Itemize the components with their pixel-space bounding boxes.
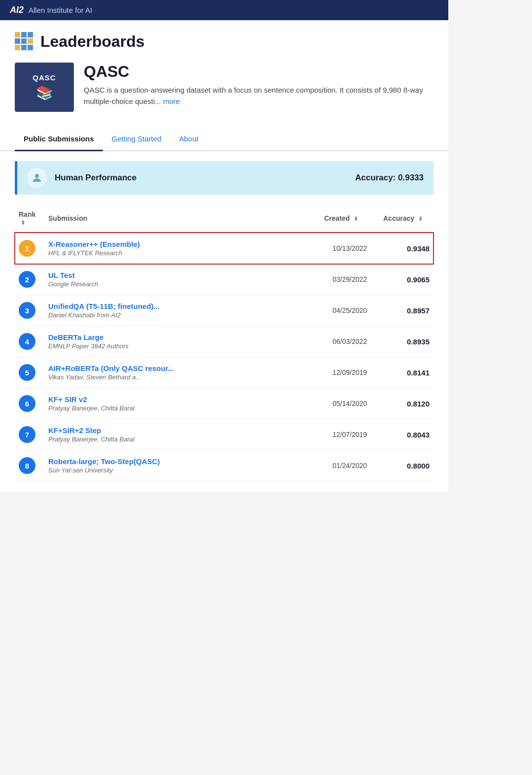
accuracy-value: 0.8935 (407, 337, 430, 346)
dataset-logo-icon: 📚 (36, 85, 53, 101)
created-cell: 12/07/2019 (320, 419, 379, 450)
svg-rect-0 (15, 32, 20, 37)
rank-cell: 1 (15, 233, 44, 264)
svg-rect-6 (15, 45, 20, 50)
accuracy-cell: 0.9348 (379, 233, 433, 264)
leaderboard-table: Rank ⬍ Submission Created ⬍ Accuracy ⬍ (15, 204, 433, 481)
accuracy-cell: 0.8957 (379, 295, 433, 326)
date-value: 03/29/2022 (332, 275, 367, 283)
column-header-accuracy[interactable]: Accuracy ⬍ (379, 204, 433, 233)
submission-cell: KF+ SIR v2Pratyay Banerjee, Chitta Baral (44, 388, 320, 419)
main-content-card: Leaderboards QASC 📚 QASC QASC is a quest… (0, 20, 448, 491)
accuracy-cell: 0.8935 (379, 326, 433, 357)
svg-rect-2 (28, 32, 33, 37)
svg-point-9 (35, 174, 39, 178)
submission-author: EMNLP Paper 3842 Authors (48, 342, 316, 350)
table-row: 1X-Reasoner++ (Ensemble)HFL & iFLYTEK Re… (15, 233, 433, 264)
svg-rect-3 (15, 38, 20, 44)
human-icon-container (27, 168, 47, 188)
table-row: 8Roberta-large; Two-Step(QASC)Sun Yat-se… (15, 450, 433, 481)
rank-badge: 3 (19, 302, 35, 319)
created-cell: 10/13/2022 (320, 233, 379, 264)
submission-name-link[interactable]: KF+SIR+2 Step (48, 426, 316, 435)
submission-cell: DeBERTa LargeEMNLP Paper 3842 Authors (44, 326, 320, 357)
created-cell: 01/24/2020 (320, 450, 379, 481)
submission-cell: KF+SIR+2 StepPratyay Banerjee, Chitta Ba… (44, 419, 320, 450)
leaderboards-title-row: Leaderboards (15, 32, 433, 51)
created-cell: 06/03/2022 (320, 326, 379, 357)
leaderboards-grid-icon (15, 32, 33, 51)
date-value: 01/24/2020 (332, 462, 367, 470)
table-header-row: Rank ⬍ Submission Created ⬍ Accuracy ⬍ (15, 204, 433, 233)
ai2-logo: AI2 (10, 5, 24, 15)
content-area: Human Performance Accuracy: 0.9333 Rank … (0, 151, 448, 491)
submission-name-link[interactable]: KF+ SIR v2 (48, 395, 316, 404)
date-value: 04/25/2020 (332, 306, 367, 314)
submission-cell: Roberta-large; Two-Step(QASC)Sun Yat-sen… (44, 450, 320, 481)
created-cell: 04/25/2020 (320, 295, 379, 326)
column-header-created[interactable]: Created ⬍ (320, 204, 379, 233)
submission-name-link[interactable]: Roberta-large; Two-Step(QASC) (48, 457, 316, 466)
submission-author: Sun Yat-sen University (48, 467, 316, 474)
submission-name-link[interactable]: UL Test (48, 271, 316, 279)
submission-name-link[interactable]: X-Reasoner++ (Ensemble) (48, 240, 316, 248)
submission-author: Daniel Khashabi from AI2 (48, 311, 316, 319)
submission-name-link[interactable]: DeBERTa Large (48, 333, 316, 341)
leaderboards-heading: Leaderboards (40, 33, 145, 51)
svg-rect-1 (21, 32, 27, 37)
submission-name-link[interactable]: UnifiedQA (T5-11B; finetuned)... (48, 302, 316, 310)
dataset-more-link[interactable]: more (163, 97, 180, 105)
table-row: 4DeBERTa LargeEMNLP Paper 3842 Authors06… (15, 326, 433, 357)
dataset-info: QASC QASC is a question-answering datase… (84, 63, 433, 107)
human-performance-label: Human Performance (55, 173, 347, 183)
rank-badge: 4 (19, 333, 35, 350)
rank-cell: 2 (15, 264, 44, 295)
svg-rect-7 (21, 45, 27, 50)
rank-cell: 4 (15, 326, 44, 357)
rank-badge: 7 (19, 426, 35, 443)
dataset-logo-box: QASC 📚 (15, 63, 74, 112)
rank-badge: 2 (19, 271, 35, 288)
human-performance-accuracy: Accuracy: 0.9333 (355, 173, 424, 183)
created-cell: 05/14/2020 (320, 388, 379, 419)
submission-cell: AIR+RoBERTa (Only QASC resour...Vikas Ya… (44, 357, 320, 388)
top-navigation-bar: AI2 Allen Institute for AI (0, 0, 448, 20)
accuracy-cell: 0.8000 (379, 450, 433, 481)
accuracy-value: 0.8141 (407, 369, 430, 377)
date-value: 06/03/2022 (332, 337, 367, 345)
rank-badge: 1 (19, 240, 35, 257)
submission-author: Pratyay Banerjee, Chitta Baral (48, 436, 316, 443)
tab-getting-started[interactable]: Getting Started (103, 129, 170, 151)
date-value: 05/14/2020 (332, 400, 367, 407)
human-person-icon (31, 172, 43, 184)
accuracy-sort-icon: ⬍ (418, 216, 423, 222)
dataset-logo-text: QASC (33, 73, 56, 82)
table-row: 6KF+ SIR v2Pratyay Banerjee, Chitta Bara… (15, 388, 433, 419)
dataset-title: QASC (84, 63, 433, 81)
header-section: Leaderboards QASC 📚 QASC QASC is a quest… (0, 20, 448, 129)
submission-name-link[interactable]: AIR+RoBERTa (Only QASC resour... (48, 364, 316, 372)
submission-cell: UL TestGoogle Research (44, 264, 320, 295)
svg-rect-8 (28, 45, 33, 50)
accuracy-cell: 0.8141 (379, 357, 433, 388)
submission-author: HFL & iFLYTEK Research (48, 249, 316, 257)
created-cell: 12/09/2019 (320, 357, 379, 388)
rank-cell: 7 (15, 419, 44, 450)
rank-cell: 8 (15, 450, 44, 481)
tab-about[interactable]: About (170, 129, 207, 151)
dataset-section: QASC 📚 QASC QASC is a question-answering… (15, 63, 433, 112)
human-performance-banner: Human Performance Accuracy: 0.9333 (15, 161, 433, 195)
table-row: 5AIR+RoBERTa (Only QASC resour...Vikas Y… (15, 357, 433, 388)
tab-public-submissions[interactable]: Public Submissions (15, 129, 103, 151)
date-value: 10/13/2022 (332, 244, 367, 252)
column-header-submission: Submission (44, 204, 320, 233)
dataset-description: QASC is a question-answering dataset wit… (84, 85, 433, 107)
column-header-rank[interactable]: Rank ⬍ (15, 204, 44, 233)
rank-cell: 6 (15, 388, 44, 419)
rank-badge: 5 (19, 364, 35, 381)
submission-author: Pratyay Banerjee, Chitta Baral (48, 404, 316, 412)
accuracy-cell: 0.9065 (379, 264, 433, 295)
submission-author: Google Research (48, 280, 316, 288)
accuracy-cell: 0.8043 (379, 419, 433, 450)
accuracy-value: 0.8000 (407, 462, 430, 470)
